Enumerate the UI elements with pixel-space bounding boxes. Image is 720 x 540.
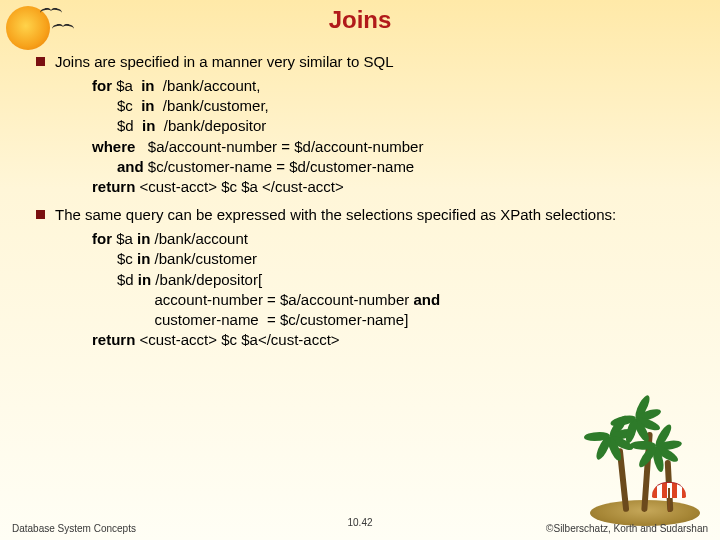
code-text: <cust-acct> $c $a</cust-acct> bbox=[135, 331, 339, 348]
code-text bbox=[92, 158, 117, 175]
code-text: /bank/customer bbox=[150, 250, 257, 267]
kw-in: in bbox=[138, 271, 151, 288]
bird-icon bbox=[52, 24, 74, 32]
bullet-text: Joins are specified in a manner very sim… bbox=[55, 52, 690, 72]
footer-copyright: ©Silberschatz, Korth and Sudarshan bbox=[546, 523, 708, 534]
bullet-item: The same query can be expressed with the… bbox=[36, 205, 690, 225]
island-decoration bbox=[580, 416, 710, 526]
code-text: $a bbox=[112, 230, 137, 247]
kw-and: and bbox=[413, 291, 440, 308]
kw-return: return bbox=[92, 331, 135, 348]
footer-page-number: 10.42 bbox=[347, 517, 372, 528]
code-text: $a/account-number = $d/account-number bbox=[135, 138, 423, 155]
footer-left: Database System Concepts bbox=[12, 523, 136, 534]
bird-icon bbox=[40, 8, 62, 16]
code-text: /bank/depositor bbox=[155, 117, 266, 134]
code-text: account-number = $a/account-number bbox=[92, 291, 413, 308]
kw-in: in bbox=[141, 97, 154, 114]
kw-for: for bbox=[92, 77, 112, 94]
code-text: $d bbox=[92, 117, 142, 134]
slide-footer: Database System Concepts 10.42 ©Silbersc… bbox=[0, 523, 720, 534]
code-text: $d bbox=[92, 271, 138, 288]
palm-leaves-icon bbox=[646, 424, 692, 470]
slide-content: Joins are specified in a manner very sim… bbox=[0, 46, 720, 359]
kw-where: where bbox=[92, 138, 135, 155]
code-block-2: for $a in /bank/account $c in /bank/cust… bbox=[92, 229, 690, 351]
slide-title: Joins bbox=[0, 0, 720, 34]
palm-trunk-icon bbox=[665, 460, 674, 512]
kw-return: return bbox=[92, 178, 135, 195]
code-text: <cust-acct> $c $a </cust-acct> bbox=[135, 178, 343, 195]
code-text: /bank/account bbox=[150, 230, 248, 247]
palm-leaves-icon bbox=[600, 414, 646, 460]
code-text: /bank/depositor[ bbox=[151, 271, 262, 288]
bullet-marker-icon bbox=[36, 210, 45, 219]
palm-trunk-icon bbox=[617, 448, 630, 512]
code-text: /bank/customer, bbox=[155, 97, 269, 114]
kw-in: in bbox=[137, 230, 150, 247]
code-block-1: for $a in /bank/account, $c in /bank/cus… bbox=[92, 76, 690, 198]
code-text: $c bbox=[92, 97, 141, 114]
kw-in: in bbox=[137, 250, 150, 267]
kw-and: and bbox=[117, 158, 144, 175]
code-text: $a bbox=[112, 77, 141, 94]
kw-in: in bbox=[142, 117, 155, 134]
kw-in: in bbox=[141, 77, 154, 94]
code-text: $c bbox=[92, 250, 137, 267]
palm-trunk-icon bbox=[641, 432, 653, 512]
bullet-marker-icon bbox=[36, 57, 45, 66]
bullet-item: Joins are specified in a manner very sim… bbox=[36, 52, 690, 72]
kw-for: for bbox=[92, 230, 112, 247]
palm-leaves-icon bbox=[626, 396, 672, 442]
umbrella-icon bbox=[652, 482, 686, 512]
bullet-text: The same query can be expressed with the… bbox=[55, 205, 690, 225]
code-text: $c/customer-name = $d/customer-name bbox=[144, 158, 415, 175]
code-text: /bank/account, bbox=[155, 77, 261, 94]
code-text: customer-name = $c/customer-name] bbox=[92, 311, 408, 328]
